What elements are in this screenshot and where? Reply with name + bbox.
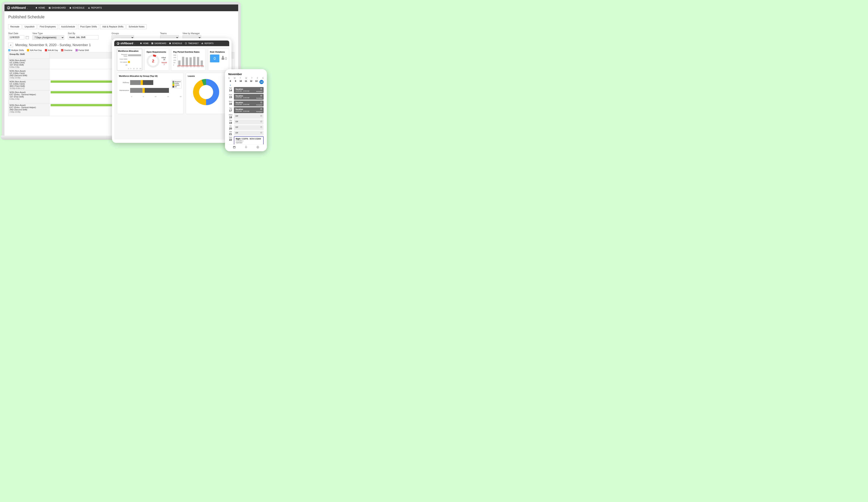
groups-label: Groups	[112, 32, 134, 35]
recreate-button[interactable]: Recreate	[8, 24, 21, 29]
svg-rect-4	[261, 109, 262, 110]
brand-logo[interactable]: shiftboard.	[7, 6, 28, 10]
calendar-day[interactable]: 14	[259, 80, 264, 84]
card-leaves: Leaves	[186, 73, 227, 114]
svg-rect-9	[233, 146, 235, 148]
card-workforce-allocation: Workforce Allocation Required Shifts Ext…	[117, 49, 142, 71]
entry-row[interactable]: Sat21Off	[228, 131, 264, 136]
calendar-icon	[169, 42, 171, 44]
phone-body: November SMTWTFS 891011121314 Sat14Vacat…	[226, 71, 266, 150]
entry-row[interactable]: Sun22Night 6:00PM - MON 6:00AMConsole 1O…	[228, 136, 264, 144]
nav-schedule[interactable]: SCHEDULE	[69, 7, 84, 9]
nav-timesheet[interactable]: TIMESHEET	[185, 42, 199, 44]
entry-row[interactable]: Thu19Off	[228, 120, 264, 124]
svg-point-11	[257, 147, 258, 147]
calendar-picker-icon[interactable]	[26, 36, 29, 39]
entry-row[interactable]: Fri20Off	[228, 125, 264, 130]
svg-rect-6	[261, 121, 262, 122]
unpublish-button[interactable]: Unpublish	[23, 24, 37, 29]
tab-profile[interactable]	[256, 146, 259, 148]
card-wf-group: Workforce Allocation by Group (Top 10) R…	[117, 73, 184, 114]
card-overtime-rates: Pay Period Overtime Rates 20001500100050…	[171, 49, 206, 71]
profile-icon	[256, 146, 259, 148]
brand-logo[interactable]: shiftboard.	[117, 42, 135, 45]
wf-mini-chart: Required Shifts Extra Shifts On Leaves O…	[118, 54, 141, 70]
find-employees-button[interactable]: Find Employees	[38, 24, 58, 29]
legend-multiple: Multiple Shifts	[8, 49, 24, 51]
view-by-mgr-label: View by Manager	[183, 32, 201, 35]
date-range-text: Monday, November 9, 2020 - Sunday, Novem…	[15, 43, 91, 47]
svg-rect-1	[261, 88, 262, 90]
calendar-day[interactable]: 11	[244, 80, 248, 84]
calendar-day[interactable]: 10	[239, 80, 243, 84]
legend-na-part: !N/A Part Day	[27, 49, 42, 51]
page-title: Published Schedule	[8, 14, 235, 19]
rule-violations-count: 0	[210, 54, 219, 62]
entry-row[interactable]: Tue17Vacation12:00 AM - 12:00 AMAccepted	[228, 107, 264, 113]
add-replace-shifts-button[interactable]: Add & Replace Shifts	[100, 24, 125, 29]
tablet-navlinks: HOME DASHBOARD SCHEDULE TIMESHEET REPORT…	[140, 42, 213, 44]
laptop-navbar: shiftboard. HOME DASHBOARD SCHEDULE REP	[4, 4, 238, 11]
autoschedule-button[interactable]: AutoSchedule	[59, 24, 77, 29]
post-open-shifts-button[interactable]: Post Open Shifts	[78, 24, 99, 29]
view-type-label: View Type	[32, 32, 64, 35]
calendar-day[interactable]: 13	[254, 80, 258, 84]
calendar-icon	[233, 146, 236, 148]
dashboard-row-2: Workforce Allocation by Group (Top 10) R…	[117, 73, 227, 114]
dashboard-row-1: Workforce Allocation Required Shifts Ext…	[117, 49, 227, 71]
bell-icon	[245, 146, 248, 148]
entry-row[interactable]: Sun15Vacation12:00 AM - 12:00 AMAccepted	[228, 94, 264, 100]
wf-group-legend: Required Extras Leaves Off	[172, 80, 182, 88]
tab-calendar[interactable]	[233, 146, 236, 148]
entry-row[interactable]: Mon16Vacation12:00 AM - 12:00 AMAccepted	[228, 101, 264, 106]
nav-dashboard[interactable]: DASHBOARD	[151, 42, 166, 44]
calendar-day[interactable]: 8	[228, 80, 232, 84]
chart-icon	[201, 42, 204, 44]
logo-icon	[7, 6, 10, 9]
gauge-chart: 2	[146, 54, 159, 68]
svg-rect-7	[261, 126, 262, 128]
entry-row[interactable]: Sat14Vacation12:00 AM - 12:00 AMAccepted	[228, 87, 264, 93]
wf-group-chart: Required Extras Leaves Off Refinery	[119, 80, 182, 112]
schedule-notes-button[interactable]: Schedule Notes	[126, 24, 146, 29]
calendar-weekday-row: SMTWTFS	[228, 77, 264, 79]
prev-week-button[interactable]: <	[8, 43, 13, 47]
svg-rect-2	[261, 95, 262, 96]
svg-rect-8	[261, 132, 262, 133]
person-icon	[221, 57, 224, 60]
card-rule-violations: Rule Violations 0 0	[208, 49, 229, 71]
phone-entries-list[interactable]: Sat14Vacation12:00 AM - 12:00 AMAccepted…	[228, 87, 264, 144]
tablet-navbar: shiftboard. HOME DASHBOARD SCHEDULE TIME…	[114, 41, 229, 46]
view-type-select[interactable]: 7 Days (Assignments)	[32, 35, 64, 40]
calendar-day-row: 891011121314	[228, 80, 264, 84]
filter-start-date: Start Date	[8, 32, 29, 40]
tab-notifications[interactable]	[245, 146, 248, 148]
card-open-requirements: Open Requirements 2 Filled 18 Vacant 2	[144, 49, 169, 71]
group-by-header: Group By: Shift	[8, 52, 50, 59]
nav-home[interactable]: HOME	[140, 42, 148, 44]
phone-device: November SMTWTFS 891011121314 Sat14Vacat…	[225, 69, 267, 151]
nav-schedule[interactable]: SCHEDULE	[169, 42, 182, 44]
legend-partial: PPartial Shift	[75, 49, 89, 51]
logo-icon	[117, 42, 119, 45]
laptop-navlinks: HOME DASHBOARD SCHEDULE REPORTS	[35, 7, 102, 9]
calendar-day[interactable]: 9	[234, 80, 238, 84]
calendar-day[interactable]: 12	[249, 80, 253, 84]
filter-sort-by: Sort By	[68, 32, 99, 40]
home-icon	[35, 7, 38, 9]
dashboard-body: Workforce Allocation Required Shifts Ext…	[114, 46, 229, 140]
legend-na-all: !N/A All Day	[45, 49, 58, 51]
nav-reports[interactable]: REPORTS	[201, 42, 213, 44]
dashboard-icon	[151, 42, 153, 44]
teams-label: Teams	[160, 32, 179, 35]
entry-row[interactable]: Wed18Off	[228, 114, 264, 119]
leaves-donut-chart	[193, 79, 219, 105]
sort-by-input[interactable]	[68, 35, 99, 39]
nav-home[interactable]: HOME	[35, 7, 45, 9]
legend-overtime: OTOvertime	[61, 49, 72, 51]
nav-dashboard[interactable]: DASHBOARD	[49, 7, 66, 9]
start-date-input[interactable]	[8, 35, 24, 39]
sort-by-label: Sort By	[68, 32, 99, 35]
toolbar: Recreate Unpublish Find Employees AutoSc…	[8, 24, 235, 29]
nav-reports[interactable]: REPORTS	[88, 7, 102, 9]
